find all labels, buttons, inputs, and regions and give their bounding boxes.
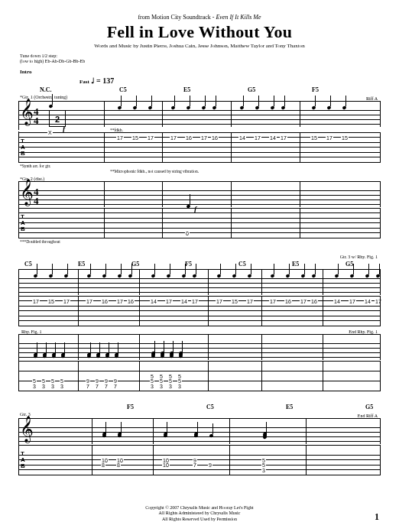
fret-number: 5: [168, 378, 173, 384]
rights1: All Rights Administered by Chrysalis Mus…: [0, 511, 399, 517]
tab-label-icon: TAB: [21, 138, 25, 157]
chord: N.C.: [40, 86, 86, 93]
staff-notes: [18, 102, 381, 127]
note-head: [114, 355, 118, 358]
note-head: [166, 274, 170, 278]
fret-number: 5: [41, 378, 46, 384]
note-head: [232, 274, 236, 278]
note-head: [33, 274, 37, 278]
note-head: [334, 274, 339, 278]
chord: G5: [365, 404, 396, 410]
tempo-note: ♩ = 137: [91, 76, 115, 85]
staff-notes: [18, 419, 381, 444]
fret-number: 17: [116, 135, 124, 141]
chord: F5: [185, 261, 216, 268]
fret-number: 17: [170, 135, 177, 141]
chord-row-2: C5 E5 G5 F5 C5 E5 G5: [24, 261, 381, 268]
note-head: [160, 355, 164, 358]
fret-number: 5: [159, 374, 164, 379]
note-head: [160, 352, 164, 355]
note-head: [209, 434, 213, 438]
fret-number: 17: [200, 135, 208, 141]
chord: F5: [312, 86, 342, 93]
fret-number: 10: [162, 458, 170, 463]
fret-number: 5: [150, 374, 154, 379]
note-head: [117, 433, 122, 436]
tab-gtr3: TAB 1081081010979553: [18, 445, 381, 475]
chord: C5: [238, 261, 269, 268]
gtr3-riff-note: Gtr. 3 w/ Rhy. Fig. 1: [18, 255, 378, 259]
note-head: [51, 355, 56, 358]
chord: E5: [183, 86, 214, 93]
fret-number: 14: [180, 299, 188, 304]
note-head: [169, 353, 174, 357]
fret-number: 17: [165, 299, 173, 304]
footnote-fdbk: **Microphonic fdkb., not caused by strin…: [110, 169, 381, 174]
album-title: Even If It Kills Me: [216, 14, 261, 21]
note-head: [33, 353, 37, 357]
fret-number: 3: [150, 384, 154, 389]
note-head: [170, 106, 175, 110]
fret-number: 17: [216, 299, 223, 304]
note-head: [151, 355, 155, 358]
note-head: [114, 353, 118, 357]
note-head: [178, 352, 183, 355]
fret-number: 3: [32, 384, 37, 389]
note-head: [96, 355, 100, 358]
treble-clef-icon: 𝄞: [20, 180, 34, 203]
note-head: [262, 436, 267, 440]
fret-number: 5: [168, 374, 173, 379]
fret-number: 8: [101, 462, 105, 468]
note-head: [281, 106, 285, 110]
fret-number: 16: [101, 299, 109, 304]
note-head: [102, 433, 106, 436]
chord-row-3: F5 C5 E5 G5: [24, 404, 381, 410]
note-head: [48, 274, 53, 278]
note-head: [178, 353, 183, 357]
fret-number: 5: [261, 458, 266, 463]
tab-frets: 5353535397979797553553553553: [18, 361, 381, 391]
fret-number: 17: [300, 299, 307, 304]
note-head: [105, 355, 109, 358]
note-head: [60, 353, 65, 357]
note-head: [239, 106, 244, 110]
chord: G5: [345, 261, 376, 268]
fret-number: 15: [47, 299, 55, 304]
tempo-label: Fast: [79, 79, 89, 85]
fret-number: 7: [113, 384, 118, 389]
fret-number: 16: [310, 299, 318, 304]
note-head: [285, 274, 290, 278]
note-head: [193, 434, 198, 438]
tab-gtr2-s2: 5353535397979797553553553553: [18, 361, 381, 391]
page-number: 1: [375, 511, 379, 523]
tab-frets: 0: [18, 208, 381, 238]
tuning-block: Tune down 1/2 step: (low to high) Eb-Ab-…: [20, 54, 381, 64]
footer: Copyright © 2007 Chrysalis Music and Hoo…: [0, 505, 399, 523]
note-head: [255, 106, 259, 110]
fret-number: 17: [191, 299, 199, 304]
fret-number: 3: [159, 384, 164, 389]
note-head: [247, 274, 251, 278]
fret-number: 7: [95, 384, 99, 389]
riff-a-label: Riff A: [366, 96, 378, 101]
fret-number: 14: [238, 135, 246, 141]
chord: E5: [78, 261, 109, 268]
fret-number: 3: [261, 468, 266, 473]
part-gtr3: Gtr. 3: [20, 412, 381, 417]
tuning-line2: (low to high) Eb-Ab-Db-Gb-Bb-Eb: [20, 59, 381, 64]
note-head: [151, 274, 155, 278]
note-head: [151, 352, 155, 355]
staff-gtr1: 𝄞 44 f 2 Riff A: [18, 101, 381, 127]
system-1: 𝄞 44 f 2 Riff A **fdkb. TAB X17151717161…: [18, 101, 381, 244]
chord: E5: [292, 261, 323, 268]
note-head: [212, 106, 216, 110]
note-head: [96, 353, 100, 357]
tab-gtr1: TAB X1715171716171614171417151715: [18, 132, 381, 163]
tab-label-icon: TAB: [21, 451, 25, 469]
staff-notes: [18, 182, 381, 207]
note-head: [63, 274, 68, 278]
tuning-line1: Tune down 1/2 step:: [20, 54, 381, 59]
fret-number: 8: [116, 462, 121, 468]
fret-number: 17: [86, 299, 93, 304]
note-head: [132, 106, 137, 110]
